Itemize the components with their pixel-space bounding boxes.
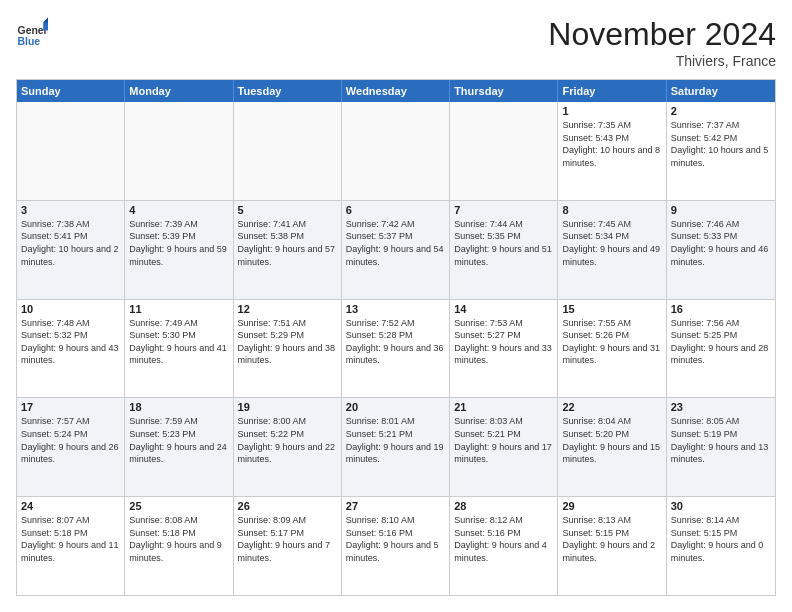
weekday-tuesday: Tuesday — [234, 80, 342, 102]
cell-info: Sunrise: 8:10 AM Sunset: 5:16 PM Dayligh… — [346, 514, 445, 564]
cal-cell-1-2: 5Sunrise: 7:41 AM Sunset: 5:38 PM Daylig… — [234, 201, 342, 299]
cell-info: Sunrise: 8:13 AM Sunset: 5:15 PM Dayligh… — [562, 514, 661, 564]
cell-info: Sunrise: 8:05 AM Sunset: 5:19 PM Dayligh… — [671, 415, 771, 465]
day-number: 7 — [454, 204, 553, 216]
cell-info: Sunrise: 7:51 AM Sunset: 5:29 PM Dayligh… — [238, 317, 337, 367]
cal-cell-0-0 — [17, 102, 125, 200]
cell-info: Sunrise: 8:14 AM Sunset: 5:15 PM Dayligh… — [671, 514, 771, 564]
cell-info: Sunrise: 7:57 AM Sunset: 5:24 PM Dayligh… — [21, 415, 120, 465]
day-number: 13 — [346, 303, 445, 315]
month-title: November 2024 — [548, 16, 776, 53]
logo: General Blue — [16, 16, 48, 48]
header: General Blue November 2024 Thiviers, Fra… — [16, 16, 776, 69]
calendar: Sunday Monday Tuesday Wednesday Thursday… — [16, 79, 776, 596]
cell-info: Sunrise: 8:01 AM Sunset: 5:21 PM Dayligh… — [346, 415, 445, 465]
cal-cell-2-5: 15Sunrise: 7:55 AM Sunset: 5:26 PM Dayli… — [558, 300, 666, 398]
cal-row-2: 10Sunrise: 7:48 AM Sunset: 5:32 PM Dayli… — [17, 300, 775, 399]
day-number: 22 — [562, 401, 661, 413]
cell-info: Sunrise: 7:45 AM Sunset: 5:34 PM Dayligh… — [562, 218, 661, 268]
svg-marker-3 — [43, 18, 48, 23]
day-number: 21 — [454, 401, 553, 413]
cell-info: Sunrise: 7:53 AM Sunset: 5:27 PM Dayligh… — [454, 317, 553, 367]
cell-info: Sunrise: 7:39 AM Sunset: 5:39 PM Dayligh… — [129, 218, 228, 268]
svg-text:Blue: Blue — [18, 36, 41, 47]
location: Thiviers, France — [548, 53, 776, 69]
cal-cell-3-3: 20Sunrise: 8:01 AM Sunset: 5:21 PM Dayli… — [342, 398, 450, 496]
day-number: 19 — [238, 401, 337, 413]
day-number: 18 — [129, 401, 228, 413]
cell-info: Sunrise: 7:49 AM Sunset: 5:30 PM Dayligh… — [129, 317, 228, 367]
cal-cell-2-4: 14Sunrise: 7:53 AM Sunset: 5:27 PM Dayli… — [450, 300, 558, 398]
cell-info: Sunrise: 8:00 AM Sunset: 5:22 PM Dayligh… — [238, 415, 337, 465]
cal-cell-0-1 — [125, 102, 233, 200]
day-number: 28 — [454, 500, 553, 512]
cell-info: Sunrise: 7:55 AM Sunset: 5:26 PM Dayligh… — [562, 317, 661, 367]
cal-cell-3-1: 18Sunrise: 7:59 AM Sunset: 5:23 PM Dayli… — [125, 398, 233, 496]
cell-info: Sunrise: 7:42 AM Sunset: 5:37 PM Dayligh… — [346, 218, 445, 268]
cell-info: Sunrise: 7:44 AM Sunset: 5:35 PM Dayligh… — [454, 218, 553, 268]
cal-cell-2-2: 12Sunrise: 7:51 AM Sunset: 5:29 PM Dayli… — [234, 300, 342, 398]
cal-cell-1-4: 7Sunrise: 7:44 AM Sunset: 5:35 PM Daylig… — [450, 201, 558, 299]
cal-cell-4-3: 27Sunrise: 8:10 AM Sunset: 5:16 PM Dayli… — [342, 497, 450, 595]
cell-info: Sunrise: 8:12 AM Sunset: 5:16 PM Dayligh… — [454, 514, 553, 564]
cell-info: Sunrise: 7:46 AM Sunset: 5:33 PM Dayligh… — [671, 218, 771, 268]
day-number: 26 — [238, 500, 337, 512]
cell-info: Sunrise: 8:08 AM Sunset: 5:18 PM Dayligh… — [129, 514, 228, 564]
cal-cell-0-2 — [234, 102, 342, 200]
cal-cell-1-1: 4Sunrise: 7:39 AM Sunset: 5:39 PM Daylig… — [125, 201, 233, 299]
day-number: 25 — [129, 500, 228, 512]
weekday-sunday: Sunday — [17, 80, 125, 102]
cal-cell-0-6: 2Sunrise: 7:37 AM Sunset: 5:42 PM Daylig… — [667, 102, 775, 200]
cal-cell-3-5: 22Sunrise: 8:04 AM Sunset: 5:20 PM Dayli… — [558, 398, 666, 496]
cell-info: Sunrise: 7:38 AM Sunset: 5:41 PM Dayligh… — [21, 218, 120, 268]
cal-cell-2-3: 13Sunrise: 7:52 AM Sunset: 5:28 PM Dayli… — [342, 300, 450, 398]
cal-cell-2-1: 11Sunrise: 7:49 AM Sunset: 5:30 PM Dayli… — [125, 300, 233, 398]
title-section: November 2024 Thiviers, France — [548, 16, 776, 69]
cal-cell-3-6: 23Sunrise: 8:05 AM Sunset: 5:19 PM Dayli… — [667, 398, 775, 496]
weekday-friday: Friday — [558, 80, 666, 102]
cell-info: Sunrise: 7:48 AM Sunset: 5:32 PM Dayligh… — [21, 317, 120, 367]
cal-cell-1-3: 6Sunrise: 7:42 AM Sunset: 5:37 PM Daylig… — [342, 201, 450, 299]
page: General Blue November 2024 Thiviers, Fra… — [0, 0, 792, 612]
cell-info: Sunrise: 7:35 AM Sunset: 5:43 PM Dayligh… — [562, 119, 661, 169]
cal-cell-0-5: 1Sunrise: 7:35 AM Sunset: 5:43 PM Daylig… — [558, 102, 666, 200]
day-number: 14 — [454, 303, 553, 315]
day-number: 27 — [346, 500, 445, 512]
cal-cell-4-6: 30Sunrise: 8:14 AM Sunset: 5:15 PM Dayli… — [667, 497, 775, 595]
weekday-thursday: Thursday — [450, 80, 558, 102]
cal-row-0: 1Sunrise: 7:35 AM Sunset: 5:43 PM Daylig… — [17, 102, 775, 201]
cell-info: Sunrise: 8:07 AM Sunset: 5:18 PM Dayligh… — [21, 514, 120, 564]
day-number: 1 — [562, 105, 661, 117]
weekday-wednesday: Wednesday — [342, 80, 450, 102]
cal-row-1: 3Sunrise: 7:38 AM Sunset: 5:41 PM Daylig… — [17, 201, 775, 300]
cal-cell-3-2: 19Sunrise: 8:00 AM Sunset: 5:22 PM Dayli… — [234, 398, 342, 496]
cell-info: Sunrise: 7:52 AM Sunset: 5:28 PM Dayligh… — [346, 317, 445, 367]
cal-cell-1-6: 9Sunrise: 7:46 AM Sunset: 5:33 PM Daylig… — [667, 201, 775, 299]
day-number: 16 — [671, 303, 771, 315]
day-number: 24 — [21, 500, 120, 512]
day-number: 2 — [671, 105, 771, 117]
day-number: 4 — [129, 204, 228, 216]
calendar-header: Sunday Monday Tuesday Wednesday Thursday… — [17, 80, 775, 102]
cal-cell-4-0: 24Sunrise: 8:07 AM Sunset: 5:18 PM Dayli… — [17, 497, 125, 595]
cal-cell-4-2: 26Sunrise: 8:09 AM Sunset: 5:17 PM Dayli… — [234, 497, 342, 595]
cal-row-4: 24Sunrise: 8:07 AM Sunset: 5:18 PM Dayli… — [17, 497, 775, 595]
day-number: 11 — [129, 303, 228, 315]
cell-info: Sunrise: 7:59 AM Sunset: 5:23 PM Dayligh… — [129, 415, 228, 465]
day-number: 12 — [238, 303, 337, 315]
cal-cell-4-5: 29Sunrise: 8:13 AM Sunset: 5:15 PM Dayli… — [558, 497, 666, 595]
day-number: 10 — [21, 303, 120, 315]
calendar-body: 1Sunrise: 7:35 AM Sunset: 5:43 PM Daylig… — [17, 102, 775, 595]
day-number: 8 — [562, 204, 661, 216]
cal-cell-1-5: 8Sunrise: 7:45 AM Sunset: 5:34 PM Daylig… — [558, 201, 666, 299]
day-number: 20 — [346, 401, 445, 413]
day-number: 3 — [21, 204, 120, 216]
cal-cell-4-4: 28Sunrise: 8:12 AM Sunset: 5:16 PM Dayli… — [450, 497, 558, 595]
cal-cell-2-6: 16Sunrise: 7:56 AM Sunset: 5:25 PM Dayli… — [667, 300, 775, 398]
cal-cell-0-4 — [450, 102, 558, 200]
day-number: 30 — [671, 500, 771, 512]
logo-icon: General Blue — [16, 16, 48, 48]
weekday-saturday: Saturday — [667, 80, 775, 102]
cell-info: Sunrise: 8:04 AM Sunset: 5:20 PM Dayligh… — [562, 415, 661, 465]
cal-cell-3-0: 17Sunrise: 7:57 AM Sunset: 5:24 PM Dayli… — [17, 398, 125, 496]
